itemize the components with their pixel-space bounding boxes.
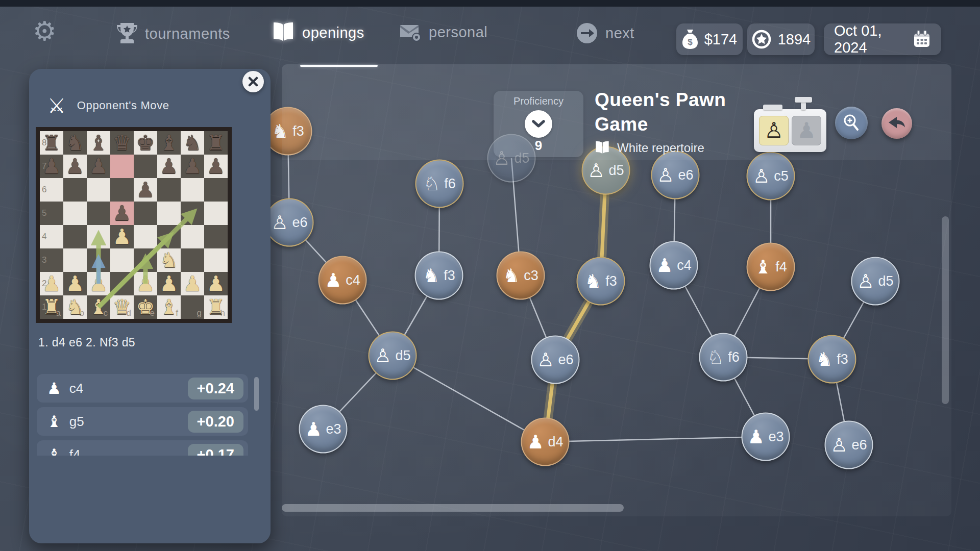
square-a5[interactable]: 5 — [40, 202, 63, 225]
square-c8[interactable]: ♝ — [87, 131, 110, 155]
proficiency-card[interactable]: Proficiency 9 — [494, 91, 583, 157]
square-d1[interactable]: d♛ — [110, 295, 134, 319]
move-node-d5[interactable]: ♙d5 — [851, 257, 900, 306]
move-node-f3[interactable]: ♞f3 — [808, 335, 856, 384]
move-node-f6[interactable]: ♘f6 — [415, 160, 464, 208]
square-d8[interactable]: ♛ — [110, 131, 134, 155]
move-node-e3[interactable]: ♟e3 — [299, 405, 348, 454]
square-b4[interactable] — [63, 225, 87, 248]
square-g8[interactable]: ♞ — [181, 131, 204, 155]
square-g5[interactable] — [181, 202, 204, 225]
square-h7[interactable]: ♟ — [204, 155, 228, 178]
square-g7[interactable]: ♟ — [181, 155, 204, 178]
move-node-c4[interactable]: ♟c4 — [318, 256, 367, 305]
square-e2[interactable]: ♟ — [134, 272, 157, 295]
square-a2[interactable]: 2♟ — [40, 272, 63, 295]
square-h6[interactable] — [204, 178, 228, 202]
square-g6[interactable] — [181, 178, 204, 202]
square-d7[interactable] — [110, 155, 134, 178]
move-node-e6[interactable]: ♙e6 — [531, 336, 580, 384]
square-e8[interactable]: ♚ — [134, 131, 157, 155]
square-f6[interactable] — [157, 178, 181, 202]
move-node-c3[interactable]: ♞c3 — [497, 252, 545, 300]
square-c5[interactable] — [87, 202, 110, 225]
square-d6[interactable] — [110, 178, 134, 202]
square-b8[interactable]: ♞ — [63, 131, 87, 155]
square-g1[interactable]: g — [181, 295, 204, 319]
square-c2[interactable]: ♟ — [87, 272, 110, 295]
move-node-c4[interactable]: ♟c4 — [650, 241, 698, 290]
square-h8[interactable]: ♜ — [204, 131, 228, 155]
vertical-scrollbar[interactable] — [942, 216, 949, 404]
square-h1[interactable]: h♜ — [204, 295, 228, 319]
square-c4[interactable] — [87, 225, 110, 248]
square-b6[interactable] — [63, 178, 87, 202]
square-d5[interactable]: ♟ — [110, 202, 134, 225]
square-e5[interactable] — [134, 202, 157, 225]
square-d2[interactable] — [110, 272, 134, 295]
chevron-down-icon[interactable] — [525, 110, 552, 138]
square-a7[interactable]: 7♟ — [40, 155, 63, 178]
square-b2[interactable]: ♟ — [63, 272, 87, 295]
square-e6[interactable]: ♟ — [134, 178, 157, 202]
zoom-button[interactable] — [835, 107, 868, 139]
square-c7[interactable]: ♟ — [87, 155, 110, 178]
move-node-e3[interactable]: ♟e3 — [742, 413, 790, 461]
move-node-e6[interactable]: ♙e6 — [825, 421, 873, 469]
square-d3[interactable] — [110, 248, 134, 272]
square-h4[interactable] — [204, 225, 228, 248]
square-g3[interactable] — [181, 248, 204, 272]
square-c3[interactable] — [87, 248, 110, 272]
square-a6[interactable]: 6 — [40, 178, 63, 202]
move-node-c5[interactable]: ♙c5 — [747, 152, 795, 201]
square-b7[interactable]: ♟ — [63, 155, 87, 178]
square-f7[interactable]: ♟ — [157, 155, 181, 178]
move-node-f3[interactable]: ♞f3 — [264, 107, 312, 156]
move-node-e6[interactable]: ♙e6 — [651, 151, 700, 199]
square-b5[interactable] — [63, 202, 87, 225]
square-f2[interactable]: ♟ — [157, 272, 181, 295]
move-node-f6[interactable]: ♘f6 — [699, 333, 748, 382]
square-a8[interactable]: 8♜ — [40, 131, 63, 155]
square-e7[interactable] — [134, 155, 157, 178]
square-c1[interactable]: c♝ — [87, 295, 110, 319]
square-h5[interactable] — [204, 202, 228, 225]
move-node-d5[interactable]: ♙d5 — [369, 332, 417, 380]
square-h2[interactable]: ♟ — [204, 272, 228, 295]
square-d4[interactable]: ♟ — [110, 225, 134, 248]
close-button[interactable] — [242, 71, 264, 92]
square-f1[interactable]: f♝ — [157, 295, 181, 319]
square-f3[interactable]: ♞ — [157, 248, 181, 272]
square-b3[interactable] — [63, 248, 87, 272]
white-side-toggle[interactable]: ♙ — [759, 116, 789, 145]
square-h3[interactable] — [204, 248, 228, 272]
square-f4[interactable] — [157, 225, 181, 248]
square-e4[interactable] — [134, 225, 157, 248]
eval-row-c4[interactable]: ♟c4+0.24 — [37, 374, 248, 403]
square-e1[interactable]: e♚ — [134, 295, 157, 319]
move-node-f4[interactable]: ♝f4 — [747, 243, 795, 291]
clock-plunger-left — [763, 105, 782, 110]
horizontal-scrollbar[interactable] — [282, 504, 624, 512]
square-c6[interactable] — [87, 178, 110, 202]
square-f5[interactable] — [157, 202, 181, 225]
black-side-toggle[interactable]: ♟ — [792, 116, 821, 145]
square-a4[interactable]: 4 — [40, 225, 63, 248]
square-g4[interactable] — [181, 225, 204, 248]
clock-plunger-right-stem — [801, 102, 806, 110]
move-node-d4[interactable]: ♟d4 — [521, 418, 570, 466]
square-b1[interactable]: b♞ — [63, 295, 87, 319]
eval-list-scrollbar[interactable] — [254, 377, 259, 411]
eval-row-g5[interactable]: ♝g5+0.20 — [37, 407, 248, 436]
square-f8[interactable]: ♝ — [157, 131, 181, 155]
move-node-f3[interactable]: ♞f3 — [577, 257, 625, 306]
square-a1[interactable]: 1a♜ — [40, 295, 63, 319]
move-node-e6[interactable]: ♙e6 — [265, 198, 314, 247]
square-a3[interactable]: 3 — [40, 248, 63, 272]
piece-bk: ♚ — [136, 133, 155, 154]
square-g2[interactable]: ♟ — [181, 272, 204, 295]
square-e3[interactable] — [134, 248, 157, 272]
eval-row-f4[interactable]: ♝f4+0.17 — [37, 440, 248, 456]
move-node-f3[interactable]: ♞f3 — [415, 252, 463, 300]
back-button[interactable] — [881, 108, 912, 139]
